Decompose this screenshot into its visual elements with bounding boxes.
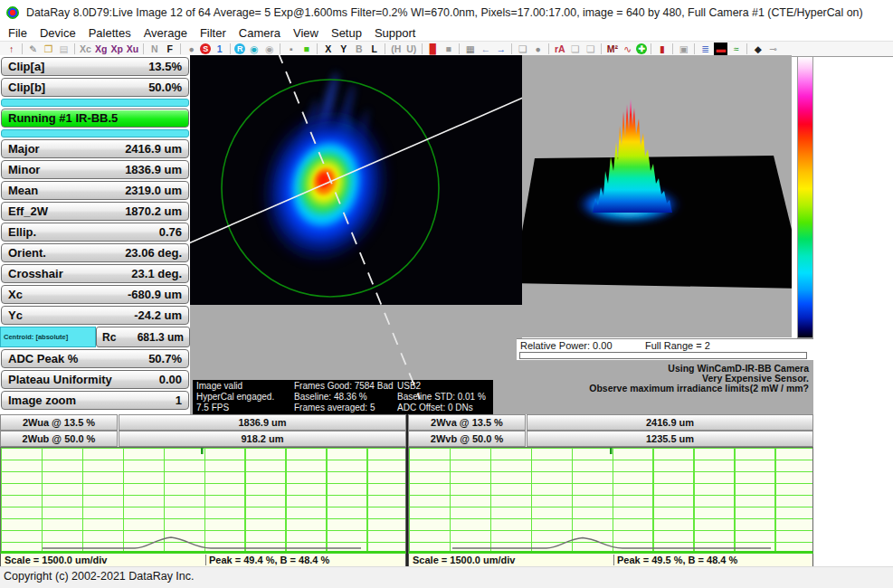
centroid-mode-button[interactable]: Centroid: [absolute] [0,327,96,347]
profile-left-curve [1,448,405,551]
width-button-2wua-13-5[interactable]: 2Wua @ 13.5 % [0,414,118,431]
gray-square-icon[interactable]: ■ [442,43,455,55]
xp-button[interactable]: Xp [109,43,123,55]
plug-icon[interactable]: ⊸ [766,43,780,55]
menu-average[interactable]: Average [138,26,194,40]
color-scale-bar[interactable] [797,56,813,338]
menu-filter[interactable]: Filter [194,26,233,40]
menu-palettes[interactable]: Palettes [82,26,138,40]
copyright-text: Copyright (c) 2002-2021 DataRay Inc. [4,570,195,583]
lock-teal-icon[interactable]: ◉ [247,43,261,55]
pencil-icon[interactable]: ✎ [26,43,40,55]
thermometer-icon[interactable]: ▮ [655,43,669,55]
menu-camera[interactable]: Camera [233,26,287,40]
width-button-2wva-13-5[interactable]: 2Wva @ 13.5 % [408,414,526,431]
profile-left-plot[interactable] [0,447,406,554]
width-button-2wvb-50-0[interactable]: 2Wvb @ 50.0 % [408,431,526,447]
menu-device[interactable]: Device [33,26,82,40]
menu-file[interactable]: File [2,26,33,40]
b-button[interactable]: B [352,43,366,55]
menu-setup[interactable]: Setup [325,26,368,40]
charts-icon[interactable]: ≈ [729,43,743,55]
one-button[interactable]: 1 [213,43,226,55]
n-button[interactable]: N [147,43,161,55]
param-clip-a[interactable]: Clip[a]13.5% [1,57,189,76]
beam-view-3d[interactable] [522,55,792,337]
running-status-label: Running #1 IR-BB.5 [8,111,118,125]
param-value: 1 [176,394,182,407]
param-clip-b[interactable]: Clip[b]50.0% [1,78,189,97]
capture-icon[interactable]: ❏ [516,43,529,55]
toolbar-separator [511,43,512,54]
ra-button[interactable]: rA [553,43,566,55]
print2-icon[interactable]: ❏ [584,43,597,55]
param-value: 13.5% [148,60,182,73]
grid-icon[interactable]: ▦ [463,43,477,55]
menu-support[interactable]: Support [368,26,423,40]
param-rc[interactable]: Rc681.3 um [96,327,190,347]
l-button[interactable]: L [367,43,381,55]
power-readout: Relative Power: 0.00 Full Range = 2 [517,338,813,360]
width-value: 1836.9 um [119,414,406,431]
width-button-2wub-50-0[interactable]: 2Wub @ 50.0 % [0,431,118,447]
save-icon[interactable]: ▤ [57,43,71,55]
footer: Copyright (c) 2002-2021 DataRay Inc. [0,566,893,588]
target-icon[interactable]: ✚ [636,43,647,54]
peak-readout: Peak = 49.5 %, B = 48.4 % [613,555,737,565]
param-crosshair[interactable]: Crosshair23.1 deg. [1,264,189,283]
width-value: 918.2 um [119,431,406,447]
full-range-label: Full Range = 2 [645,340,710,351]
toolbar-separator [180,43,181,54]
palette-icon[interactable]: ■ [299,43,313,55]
x-profile-button[interactable]: X [321,43,335,55]
param-xc[interactable]: Xc-680.9 um [1,285,189,304]
xg-button[interactable]: Xg [94,43,108,55]
run-icon[interactable]: R [234,43,245,54]
ball-icon[interactable]: ● [531,43,545,55]
param-plateau-uniformity[interactable]: Plateau Uniformity0.00 [1,370,189,389]
param-mean[interactable]: Mean2319.0 um [1,181,189,200]
print-icon[interactable]: ❏ [568,43,582,55]
param-yc[interactable]: Yc-24.2 um [1,306,189,325]
bars-icon[interactable]: ≣ [698,43,712,55]
status-col-3: USB2Baseline STD: 0.01 %ADC Offset: 0 DN… [397,381,486,413]
param-major[interactable]: Major2416.9 um [1,139,189,158]
param-adc-peak[interactable]: ADC Peak %50.7% [1,349,189,368]
m2-button[interactable]: M² [605,43,619,55]
param-ellip[interactable]: Ellip.0.76 [1,223,189,242]
param-label: Plateau Uniformity [8,373,112,386]
menu-view[interactable]: View [287,26,325,40]
h-paren-button[interactable]: (H [389,43,403,55]
param-image-zoom[interactable]: Image zoom1 [1,391,189,410]
next-arrow-icon[interactable]: → [494,43,508,55]
prev-arrow-icon[interactable]: ← [479,43,492,55]
trend-icon[interactable]: ∿ [621,43,634,55]
histogram-icon[interactable]: ▉ [426,43,440,55]
bottle-icon[interactable]: ◆ [751,43,765,55]
camera-note-3: Observe maximum irradiance limits(2 mW /… [589,383,809,394]
beam-image-background [190,55,522,305]
dataray-logo-icon [6,6,19,19]
lock-gray-icon[interactable]: ◉ [262,43,276,55]
param-minor[interactable]: Minor1836.9 um [1,160,189,179]
open-folder-icon[interactable]: ❐ [42,43,55,55]
xu-button[interactable]: Xu [126,43,139,55]
gray-circle-icon[interactable]: ● [185,43,198,55]
beam-image-2d[interactable]: Image validHyperCal engaged.7.5 FPS Fram… [190,55,522,414]
stop-icon[interactable]: S [200,43,211,54]
black-red-icon[interactable]: ▬ [714,43,727,55]
f-button[interactable]: F [163,43,176,55]
param-eff-2w[interactable]: Eff_2W1870.2 um [1,202,189,221]
running-status-button[interactable]: Running #1 IR-BB.5 [1,109,189,128]
dot-square-icon[interactable]: ▪ [284,43,298,55]
surface-plot [522,55,792,337]
param-orient[interactable]: Orient.23.06 deg. [1,243,189,262]
cyan-separator [1,99,189,107]
y-profile-button[interactable]: Y [337,43,350,55]
xc-button[interactable]: Xc [79,43,92,55]
gallery-icon[interactable]: ▣ [677,43,690,55]
home-arrow-icon[interactable]: ↑ [5,43,18,55]
u-paren-button[interactable]: U) [404,43,418,55]
param-label: Eff_2W [8,204,48,218]
profile-right-plot[interactable] [408,447,813,554]
